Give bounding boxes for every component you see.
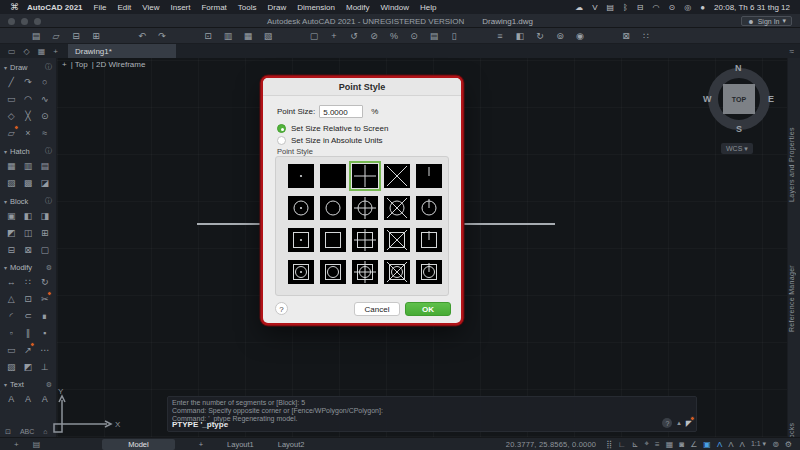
lineweight-icon[interactable]: ≡	[655, 440, 660, 449]
clipboard-icon[interactable]: ▯	[444, 31, 464, 41]
circle-icon[interactable]: ○	[36, 73, 53, 90]
solid-fill-icon[interactable]: ◪	[36, 174, 53, 191]
open-file-icon[interactable]: ▱	[46, 31, 66, 41]
panel-section-draw[interactable]: ▾Drawⓘ	[0, 60, 56, 73]
spline-icon[interactable]: ∿	[36, 90, 53, 107]
point-size-input[interactable]: 5.0000	[319, 105, 363, 118]
orbit-icon[interactable]: ↺	[344, 31, 364, 41]
snap-icon[interactable]: %	[384, 31, 404, 41]
point-style-plus[interactable]	[352, 164, 378, 188]
command-expand-icon[interactable]: ▴	[677, 419, 681, 427]
attribute-icon[interactable]: ◩	[3, 224, 20, 241]
undo-icon[interactable]: ↶	[132, 31, 152, 41]
menu-dimension[interactable]: Dimension	[297, 3, 335, 12]
help-button[interactable]: ?	[275, 302, 288, 315]
point-style-circle-cross[interactable]	[384, 196, 410, 220]
erase-icon[interactable]: ⊘	[364, 31, 384, 41]
point-style-circle-tick[interactable]	[416, 196, 442, 220]
settings-gear-icon[interactable]: ⚙	[785, 440, 792, 449]
info-icon[interactable]: ⓘ	[45, 196, 52, 206]
divide-icon[interactable]: ⋯	[36, 341, 53, 358]
menu-draw[interactable]: Draw	[268, 3, 287, 12]
hatch-edit-icon[interactable]: ▥	[20, 157, 37, 174]
point-style-tick[interactable]	[416, 164, 442, 188]
control-center-icon[interactable]: ●	[700, 3, 705, 12]
panel-section-block[interactable]: ▾Blockⓘ	[0, 194, 56, 207]
overkill-icon[interactable]: ◩	[20, 358, 37, 375]
tab-new-layout[interactable]: +	[199, 440, 203, 449]
plot-icon[interactable]: ▥	[218, 31, 238, 41]
boundary-icon[interactable]: ▨	[3, 174, 20, 191]
tab-reference-manager[interactable]: Reference Manager	[788, 254, 800, 344]
hatch-trim-icon[interactable]: ▨	[3, 358, 20, 375]
object-snap-icon[interactable]: ⌖	[645, 439, 650, 449]
stretch-icon[interactable]: ⊡	[20, 290, 37, 307]
point-style-cross[interactable]	[384, 164, 410, 188]
mirror-icon[interactable]: ∥	[20, 324, 37, 341]
collapse-icon[interactable]: ≈	[790, 47, 794, 56]
annotation-scale-icon[interactable]: Λ	[740, 440, 745, 449]
viewport-controls[interactable]: +| Top| 2D Wireframe	[62, 60, 149, 69]
viewcube[interactable]: N W E S TOP	[706, 66, 772, 132]
redo-icon[interactable]: ↷	[152, 31, 172, 41]
save-icon[interactable]: ⊟	[66, 31, 86, 41]
scale-icon[interactable]: △	[3, 290, 20, 307]
viewcube-west[interactable]: W	[703, 94, 712, 104]
menu-autocad-2021[interactable]: AutoCAD 2021	[27, 3, 83, 12]
export-pdf-icon[interactable]: ▦	[238, 31, 258, 41]
select-window-icon[interactable]: ▢	[304, 31, 324, 41]
radio-unselected-icon[interactable]	[277, 136, 286, 145]
mtext-icon[interactable]: A	[3, 390, 20, 407]
radio-selected-icon[interactable]	[277, 124, 286, 133]
break-icon[interactable]: ▭	[3, 341, 20, 358]
angle-icon[interactable]: ∠	[690, 440, 697, 449]
point-style-circle-dot[interactable]	[288, 196, 314, 220]
menu-edit[interactable]: Edit	[117, 3, 131, 12]
explode-icon[interactable]: ▪	[36, 324, 53, 341]
user-icon[interactable]: ◎	[684, 3, 691, 12]
trim-icon[interactable]: ✂	[36, 290, 53, 307]
camera-icon[interactable]: ⊡	[5, 428, 11, 436]
point-style-square[interactable]	[320, 228, 346, 252]
panel-section-modify[interactable]: ▾Modify⚙	[0, 261, 56, 273]
menu-modify[interactable]: Modify	[346, 3, 370, 12]
single-text-icon[interactable]: A	[20, 390, 37, 407]
abc-check-icon[interactable]: ABC	[20, 428, 34, 436]
point-icon[interactable]: ⊙	[36, 107, 53, 124]
move-icon[interactable]: ↔	[3, 273, 20, 290]
point-style-square-circle-dot[interactable]	[288, 260, 314, 284]
write-block-icon[interactable]: ⊟	[3, 241, 20, 258]
menu-tools[interactable]: Tools	[238, 3, 257, 12]
zoom-icon[interactable]: ⊙	[404, 31, 424, 41]
menu-insert[interactable]: Insert	[170, 3, 190, 12]
new-file-icon[interactable]: ▤	[26, 31, 46, 41]
region-icon[interactable]: ×	[20, 124, 37, 141]
point-style-square-cross[interactable]	[384, 228, 410, 252]
ungroup-icon[interactable]: ∷	[636, 31, 656, 41]
paste-icon[interactable]: ▤	[424, 31, 444, 41]
pan-icon[interactable]: +	[324, 31, 344, 41]
battery-icon[interactable]: ⊟	[637, 3, 644, 12]
point-style-square-plus[interactable]	[352, 228, 378, 252]
command-input[interactable]: PTYPE '_ptype	[172, 420, 228, 429]
viewcube-top-face[interactable]: TOP	[723, 84, 755, 114]
layout-list-icon[interactable]: ▤	[33, 440, 41, 449]
viewcube-east[interactable]: E	[768, 94, 774, 104]
viewport-icon[interactable]: ▭	[8, 47, 16, 56]
create-block-icon[interactable]: ◧	[20, 207, 37, 224]
align-icon[interactable]: ⊥	[36, 358, 53, 375]
grid-display-icon[interactable]: ▦	[666, 440, 674, 449]
tab-layout1[interactable]: Layout1	[227, 440, 254, 449]
wifi-icon[interactable]: ◠	[653, 3, 660, 12]
polar-icon[interactable]: ⊾	[632, 440, 639, 449]
radio-absolute-units[interactable]: Set Size in Absolute Units	[277, 136, 383, 145]
group-icon[interactable]: ⊠	[616, 31, 636, 41]
workspace-icon[interactable]: ⊚	[772, 440, 779, 449]
cube-icon[interactable]: ◇	[24, 47, 30, 56]
panel-section-hatch[interactable]: ▾Hatchⓘ	[0, 144, 56, 157]
sync-attr-icon[interactable]: ▢	[36, 241, 53, 258]
cloud-icon[interactable]: ☁	[575, 3, 583, 12]
point-style-blank[interactable]	[320, 164, 346, 188]
new-tab-icon[interactable]: +	[53, 47, 58, 56]
insert-block-icon[interactable]: ◧	[510, 31, 530, 41]
